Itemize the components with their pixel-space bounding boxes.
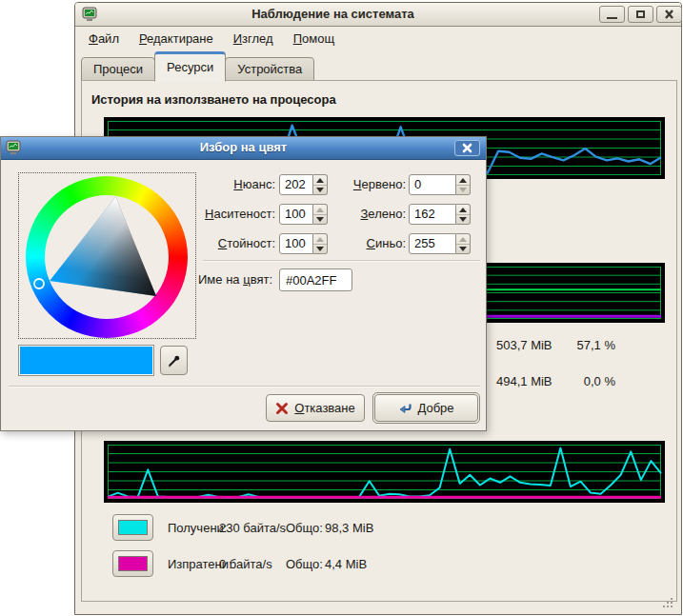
- color-picker-dialog: Избор на цвят: [0, 136, 487, 431]
- minimize-button[interactable]: [599, 6, 625, 23]
- green-input[interactable]: 162: [409, 204, 456, 225]
- close-button[interactable]: [656, 6, 682, 23]
- color-preview-frame: [18, 345, 154, 376]
- menu-view[interactable]: Изглед: [233, 31, 273, 46]
- main-titlebar[interactable]: Наблюдение на системата: [75, 3, 681, 27]
- cpu-section-heading: История на използването на процесора: [91, 92, 336, 107]
- sent-rate: 0 байта/s: [219, 557, 272, 571]
- menu-file[interactable]: Файл: [89, 31, 119, 46]
- cancel-button[interactable]: Отказване: [266, 394, 365, 422]
- menubar: Файл Редактиране Изглед Помощ: [75, 26, 681, 50]
- tab-bar: Процеси Ресурси Устройства: [81, 50, 313, 82]
- action-separator: [9, 386, 480, 387]
- received-total: 98,3 MiB: [325, 521, 373, 535]
- fields-separator: [203, 260, 480, 262]
- green-label: Зелено:: [315, 204, 406, 225]
- dialog-close-button[interactable]: [454, 140, 480, 156]
- memory-used-percent: 57,1 %: [532, 338, 615, 352]
- received-total-label: Общо:: [286, 521, 323, 535]
- sent-color-swatch: [118, 556, 148, 571]
- menu-edit[interactable]: Редактиране: [139, 31, 213, 46]
- tab-devices[interactable]: Устройства: [225, 57, 314, 82]
- ok-button-label: Добре: [417, 401, 453, 415]
- ok-button[interactable]: Добре: [374, 394, 478, 422]
- tab-resources[interactable]: Ресурси: [154, 51, 226, 82]
- window-title: Наблюдение на системата: [75, 7, 591, 21]
- eyedropper-icon: [167, 353, 182, 368]
- network-history-chart: [104, 441, 665, 503]
- sent-total: 4,4 MiB: [325, 557, 367, 571]
- received-rate: 230 байта/s: [219, 521, 286, 535]
- hue-wheel-box: [18, 172, 196, 339]
- maximize-button[interactable]: [628, 6, 653, 23]
- resize-grip[interactable]: [660, 595, 675, 610]
- eyedropper-button[interactable]: [160, 346, 188, 375]
- hue-input[interactable]: 202: [279, 174, 313, 195]
- green-spinner: [456, 204, 471, 225]
- color-name-label: Име на цвят:: [134, 269, 272, 290]
- swap-used-percent: 0,0 %: [532, 374, 615, 388]
- menu-help[interactable]: Помощ: [293, 31, 334, 46]
- tab-processes[interactable]: Процеси: [81, 57, 155, 82]
- cancel-x-icon: [275, 402, 289, 415]
- value-label: Стойност:: [134, 233, 275, 254]
- blue-input[interactable]: 255: [409, 233, 456, 254]
- dialog-titlebar[interactable]: Избор на цвят: [1, 137, 486, 160]
- sent-total-label: Общо:: [286, 557, 323, 571]
- sent-color-button[interactable]: [112, 550, 153, 577]
- saturation-label: Наситеност:: [134, 204, 275, 225]
- dialog-body: Нюанс: 202 Наситеност: 100 Стойност: 100…: [1, 159, 488, 432]
- green-spin-down[interactable]: [456, 214, 470, 224]
- received-color-swatch: [118, 520, 148, 535]
- red-label: Червено:: [315, 174, 406, 195]
- dialog-title: Избор на цвят: [1, 140, 486, 154]
- color-name-input[interactable]: [279, 268, 352, 291]
- saturation-input[interactable]: 100: [279, 204, 313, 225]
- blue-label: Синьо:: [315, 233, 406, 254]
- color-preview-swatch: [20, 347, 152, 374]
- ok-enter-icon: [398, 402, 412, 415]
- received-color-button[interactable]: [112, 514, 153, 541]
- hue-label: Нюанс:: [134, 174, 275, 195]
- cancel-button-label: Отказване: [294, 401, 355, 415]
- blue-spinner: [456, 233, 471, 254]
- ok-button-focus-ring: Добре: [372, 392, 480, 424]
- value-input[interactable]: 100: [279, 233, 313, 254]
- red-input[interactable]: 0: [409, 174, 456, 195]
- sv-triangle[interactable]: [19, 173, 195, 338]
- red-spin-down[interactable]: [456, 185, 470, 194]
- red-spinner: [456, 174, 471, 195]
- hue-marker: [34, 279, 44, 288]
- blue-spin-down[interactable]: [456, 244, 470, 253]
